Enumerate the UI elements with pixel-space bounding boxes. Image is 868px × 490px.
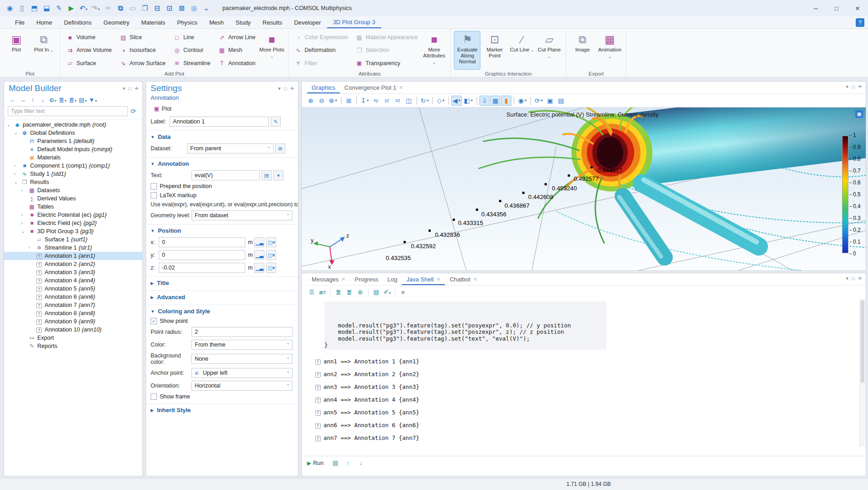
tree-item[interactable]: Annotation 6 {ann6} (4, 293, 142, 301)
menu-item[interactable]: Developer (288, 16, 327, 28)
history-down-icon[interactable]: ↓ (355, 459, 366, 466)
java-shell-toolbar-icon[interactable]: ▤▾ (371, 289, 382, 296)
z-field[interactable]: -0.02 (159, 263, 245, 273)
expression-range-icon[interactable]: ▤ (262, 170, 272, 180)
pin-panel-icon[interactable]: ✛ (858, 84, 862, 90)
java-shell-toolbar-icon[interactable]: ☰▾ (306, 289, 317, 296)
attribute-item[interactable]: ▣ Transparency (353, 58, 421, 69)
maximize-button[interactable]: □ (826, 0, 847, 16)
java-shell-toolbar-icon[interactable]: ▾ (368, 288, 368, 296)
graphics-toolbar-icon[interactable]: ▾ (479, 96, 490, 106)
add-plot-item[interactable]: T Annotation (215, 58, 258, 69)
graphics-toolbar-icon[interactable]: ▾ (476, 97, 477, 105)
graphics-toolbar-icon[interactable]: ▾ (490, 96, 500, 106)
tree-item[interactable]: Export (4, 334, 142, 342)
graphics-toolbar-icon[interactable]: ▾ (371, 96, 381, 106)
graphics-toolbar-icon[interactable]: ▾ (393, 96, 403, 106)
section-inherit-style[interactable]: ▶Inherit Style (146, 403, 298, 415)
tree-expander-icon[interactable]: › (14, 163, 20, 168)
float-panel-icon[interactable]: □ (128, 86, 131, 92)
graphics-toolbar-icon[interactable]: ▾ (451, 96, 462, 106)
panel-menu-icon[interactable]: ▾ (846, 84, 849, 90)
model-builder-toolbar-icon[interactable]: →▾ (18, 97, 28, 103)
geometry-level-dropdown[interactable]: From dataset (192, 210, 293, 220)
section-data[interactable]: ▼Data (146, 130, 298, 142)
tree-expander-icon[interactable]: › (14, 172, 20, 176)
x-unit-icon[interactable]: ◫▾ (266, 237, 276, 247)
y-field[interactable]: 0 (159, 250, 245, 260)
model-builder-toolbar-icon[interactable]: ▤▾ (78, 97, 88, 103)
close-button[interactable]: ✕ (847, 0, 868, 16)
java-shell-toolbar-icon[interactable]: a=▾ (317, 289, 328, 296)
titlebar-icon[interactable]: ⊟▾ (151, 4, 163, 12)
scrollbar-thumb[interactable] (861, 301, 864, 383)
tree-item[interactable]: Annotation 8 {ann8} (4, 309, 142, 317)
help-icon[interactable]: ? (856, 18, 864, 27)
pin-panel-icon[interactable]: ✛ (858, 276, 862, 281)
tree-item[interactable]: Derived Values (4, 194, 142, 203)
close-tab-icon[interactable]: ✕ (436, 276, 440, 282)
console-tab[interactable]: Chatbot ✕ (445, 276, 482, 285)
minimize-button[interactable]: ─ (805, 0, 826, 16)
graphics-toolbar-icon[interactable]: ▾ (404, 96, 414, 106)
panel-menu-icon[interactable]: ▾ (278, 86, 281, 92)
vertical-scrollbar[interactable] (859, 299, 865, 447)
java-shell-toolbar-icon[interactable]: ≣▾ (344, 289, 355, 296)
model-builder-toolbar-icon[interactable]: ▼▾ (88, 97, 98, 103)
menu-item[interactable]: Geometry (97, 16, 135, 28)
tree-item[interactable]: Default Model Inputs {cminpt} (4, 145, 142, 153)
tree-item[interactable]: Annotation 5 {ann5} (4, 285, 142, 293)
tree-expander-icon[interactable]: ⌄ (14, 180, 20, 184)
titlebar-icon[interactable]: ✎▾ (53, 4, 65, 12)
titlebar-icon[interactable]: ✂▾ (102, 4, 114, 12)
tree-item[interactable]: ⌄ Results (4, 178, 142, 186)
plot-button[interactable]: ▣ Plot (3, 31, 30, 70)
titlebar-icon[interactable]: ⊡▾ (163, 4, 176, 12)
tree-item[interactable]: › Component 1 (comp1) {comp1} (4, 162, 142, 170)
show-frame-checkbox[interactable] (151, 393, 157, 400)
menu-item[interactable]: Study (230, 16, 257, 28)
section-annotation[interactable]: ▼Annotation (146, 157, 298, 169)
java-shell-toolbar-icon[interactable]: ▾ (330, 288, 331, 296)
prepend-position-row[interactable]: Prepend the position (146, 182, 298, 191)
tree-item[interactable]: Annotation 1 {ann1} (4, 252, 142, 260)
tree-item[interactable]: › Electric Potential (ec) {pg1} (4, 211, 142, 219)
create-dataset-icon[interactable]: ⊞ (275, 143, 285, 153)
pin-panel-icon[interactable]: ✛ (135, 86, 139, 92)
menu-item[interactable]: File (9, 16, 30, 28)
add-plot-item[interactable]: ⇉ Arrow Volume (63, 45, 115, 56)
run-button[interactable]: Run (313, 460, 323, 466)
settings-plot-button[interactable]: ▣ Plot (151, 104, 175, 113)
tree-item[interactable]: › Study 1 {std1} (4, 170, 142, 178)
x-field[interactable]: 0 (159, 237, 245, 247)
tree-expander-icon[interactable]: › (21, 188, 28, 193)
menu-item[interactable]: Definitions (58, 16, 98, 28)
add-plot-item[interactable]: ■ Volume (63, 32, 115, 43)
add-plot-item[interactable]: ▱ Surface (63, 58, 115, 69)
titlebar-icon[interactable]: ▯▾ (16, 4, 28, 12)
graphics-toolbar-icon[interactable]: ▾ (533, 96, 544, 106)
add-plot-item[interactable]: ▦ Mesh (215, 45, 258, 56)
add-plot-item[interactable]: ◎ Contour (170, 45, 213, 56)
background-color-dropdown[interactable]: None (192, 354, 293, 364)
panel-menu-icon[interactable]: ▾ (123, 86, 126, 92)
attribute-item[interactable]: ❐ Selection (353, 45, 421, 56)
point-radius-field[interactable]: 2 (192, 327, 293, 337)
tree-item[interactable]: ⌄ 3D Plot Group 3 {pg3} (4, 227, 142, 235)
prepend-position-checkbox[interactable] (151, 183, 157, 189)
cut-line-button[interactable]: ∕ Cut Line (509, 31, 535, 70)
model-builder-toolbar-icon[interactable]: ↑▾ (28, 97, 38, 103)
pin-panel-icon[interactable]: ✛ (290, 86, 294, 92)
tree-expander-icon[interactable]: ⌄ (14, 131, 20, 135)
graphics-toolbar-icon[interactable]: ▾ (530, 97, 531, 105)
menu-item[interactable]: Physics (171, 16, 203, 28)
graphics-toolbar-icon[interactable]: ▾ (435, 96, 446, 106)
java-shell-toolbar-icon[interactable]: ⊙▾ (355, 289, 366, 296)
graphics-toolbar-icon[interactable]: ▾ (359, 96, 370, 106)
titlebar-icon[interactable]: ▶▾ (65, 4, 77, 12)
cut-plane-button[interactable]: ▱ Cut Plane (536, 31, 562, 70)
graphics-toolbar-icon[interactable]: ▾ (517, 96, 528, 106)
color-dropdown[interactable]: From theme (192, 340, 293, 350)
titlebar-icon[interactable]: ⧉▾ (114, 4, 126, 12)
titlebar-icon[interactable]: ◉▾ (4, 4, 16, 12)
